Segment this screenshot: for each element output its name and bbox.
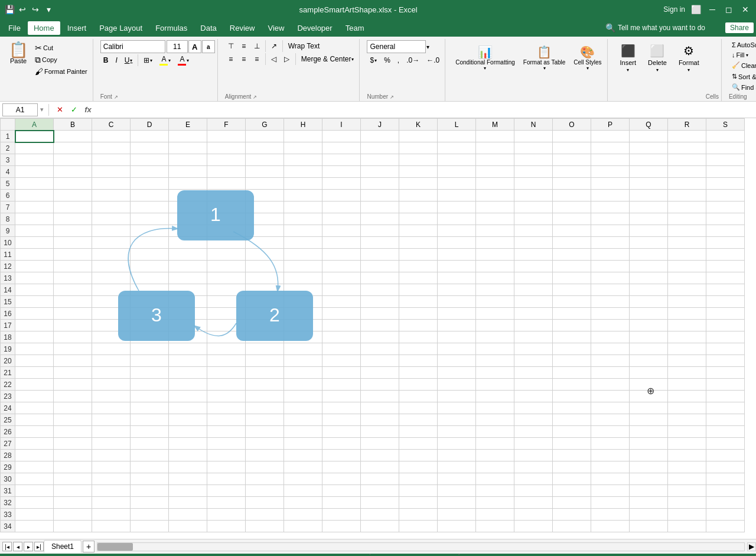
cell-C27[interactable]	[92, 438, 131, 450]
cell-B25[interactable]	[54, 414, 92, 426]
cell-J10[interactable]	[361, 237, 399, 249]
cell-G24[interactable]	[246, 402, 284, 414]
cell-E23[interactable]	[169, 391, 207, 402]
cell-H16[interactable]	[284, 308, 322, 320]
cell-M28[interactable]	[476, 450, 514, 461]
cell-G3[interactable]	[246, 154, 284, 166]
cell-P22[interactable]	[591, 379, 630, 391]
cell-H10[interactable]	[284, 237, 322, 249]
cell-A19[interactable]	[15, 343, 54, 355]
cell-P10[interactable]	[591, 237, 630, 249]
cell-S15[interactable]	[706, 296, 745, 308]
cell-R9[interactable]	[668, 225, 706, 237]
cell-J15[interactable]	[361, 296, 399, 308]
cell-Q9[interactable]	[630, 225, 668, 237]
cell-H29[interactable]	[284, 461, 322, 473]
cell-A11[interactable]	[15, 249, 54, 261]
cell-H18[interactable]	[284, 331, 322, 343]
cell-A17[interactable]	[15, 320, 54, 331]
cell-S13[interactable]	[706, 272, 745, 284]
cell-R32[interactable]	[668, 497, 706, 509]
cell-J7[interactable]	[361, 201, 399, 213]
cell-B16[interactable]	[54, 308, 92, 320]
cell-N28[interactable]	[514, 450, 553, 461]
cell-G4[interactable]	[246, 166, 284, 178]
cell-M15[interactable]	[476, 296, 514, 308]
cell-Q21[interactable]	[630, 367, 668, 379]
cell-L26[interactable]	[438, 426, 476, 438]
sheet-nav-first[interactable]: |◂	[2, 542, 12, 551]
cell-O1[interactable]	[553, 131, 591, 142]
cell-R29[interactable]	[668, 461, 706, 473]
cell-C30[interactable]	[92, 473, 131, 485]
row-header-31[interactable]: 31	[1, 485, 15, 497]
cell-R28[interactable]	[668, 450, 706, 461]
cell-D34[interactable]	[131, 521, 169, 532]
cell-F17[interactable]	[207, 320, 246, 331]
cell-R22[interactable]	[668, 379, 706, 391]
cell-C22[interactable]	[92, 379, 131, 391]
cell-B4[interactable]	[54, 166, 92, 178]
cell-C19[interactable]	[92, 343, 131, 355]
cell-R5[interactable]	[668, 178, 706, 190]
cell-B9[interactable]	[54, 225, 92, 237]
cell-O11[interactable]	[553, 249, 591, 261]
cell-A7[interactable]	[15, 201, 54, 213]
number-format-input[interactable]	[367, 40, 426, 53]
menu-team[interactable]: Team	[340, 21, 370, 35]
cell-F23[interactable]	[207, 391, 246, 402]
row-header-27[interactable]: 27	[1, 438, 15, 450]
cell-Q1[interactable]	[630, 131, 668, 142]
cell-D27[interactable]	[131, 438, 169, 450]
cell-N33[interactable]	[514, 509, 553, 521]
cell-P14[interactable]	[591, 284, 630, 296]
cell-J17[interactable]	[361, 320, 399, 331]
cell-E1[interactable]	[169, 131, 207, 142]
cell-D8[interactable]	[131, 213, 169, 225]
cell-S30[interactable]	[706, 473, 745, 485]
cell-M31[interactable]	[476, 485, 514, 497]
cell-M17[interactable]	[476, 320, 514, 331]
cell-N11[interactable]	[514, 249, 553, 261]
cell-O27[interactable]	[553, 438, 591, 450]
cell-A8[interactable]	[15, 213, 54, 225]
cell-L8[interactable]	[438, 213, 476, 225]
cell-L6[interactable]	[438, 190, 476, 201]
cell-M25[interactable]	[476, 414, 514, 426]
cell-I14[interactable]	[322, 284, 361, 296]
cell-L32[interactable]	[438, 497, 476, 509]
cell-C25[interactable]	[92, 414, 131, 426]
cell-B11[interactable]	[54, 249, 92, 261]
cell-D11[interactable]	[131, 249, 169, 261]
align-middle-button[interactable]: ≡	[238, 40, 250, 52]
cell-H2[interactable]	[284, 142, 322, 154]
cell-F26[interactable]	[207, 426, 246, 438]
row-header-22[interactable]: 22	[1, 379, 15, 391]
cell-S19[interactable]	[706, 343, 745, 355]
cell-O19[interactable]	[553, 343, 591, 355]
cell-D31[interactable]	[131, 485, 169, 497]
cell-J27[interactable]	[361, 438, 399, 450]
cell-C6[interactable]	[92, 190, 131, 201]
cell-B13[interactable]	[54, 272, 92, 284]
cell-C4[interactable]	[92, 166, 131, 178]
cell-F8[interactable]	[207, 213, 246, 225]
cell-S10[interactable]	[706, 237, 745, 249]
signin-button[interactable]: Sign in	[663, 5, 685, 14]
cell-F30[interactable]	[207, 473, 246, 485]
cell-R18[interactable]	[668, 331, 706, 343]
cell-O8[interactable]	[553, 213, 591, 225]
cell-H28[interactable]	[284, 450, 322, 461]
cell-K31[interactable]	[399, 485, 438, 497]
cell-R17[interactable]	[668, 320, 706, 331]
cell-M32[interactable]	[476, 497, 514, 509]
orientation-button[interactable]: ↗	[268, 40, 280, 52]
cell-styles-button[interactable]: 🎨 Cell Styles ▾	[571, 40, 604, 76]
cell-K13[interactable]	[399, 272, 438, 284]
cell-B17[interactable]	[54, 320, 92, 331]
cell-E25[interactable]	[169, 414, 207, 426]
cell-J1[interactable]	[361, 131, 399, 142]
cell-H4[interactable]	[284, 166, 322, 178]
cell-S34[interactable]	[706, 521, 745, 532]
cell-L15[interactable]	[438, 296, 476, 308]
